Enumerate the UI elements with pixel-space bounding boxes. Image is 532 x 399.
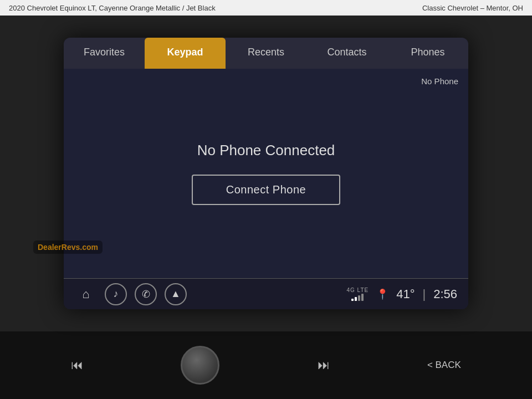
- nav-icons-left: ⌂ ♪ ✆ ▲: [75, 283, 187, 305]
- back-button[interactable]: < BACK: [427, 360, 461, 371]
- music-button[interactable]: ♪: [105, 283, 127, 305]
- top-bar-right: Classic Chevrolet – Mentor, OH: [422, 4, 523, 12]
- signal-bars: [351, 293, 364, 301]
- bar-4: [361, 294, 364, 301]
- time-separator: |: [422, 287, 426, 301]
- music-icon: ♪: [114, 288, 119, 300]
- no-phone-connected-text: No Phone Connected: [197, 142, 335, 159]
- clock: 2:56: [433, 287, 457, 301]
- location-icon: 📍: [376, 288, 388, 300]
- nav-button[interactable]: ▲: [165, 283, 187, 305]
- tab-keypad[interactable]: Keypad: [145, 38, 226, 69]
- status-cluster: 4G LTE 📍 41° | 2:56: [346, 287, 457, 301]
- nav-icon: ▲: [171, 288, 181, 300]
- tab-phones[interactable]: Phones: [387, 38, 468, 69]
- temperature: 41°: [396, 287, 415, 301]
- tab-favorites[interactable]: Favorites: [64, 38, 145, 69]
- phone-icon: ✆: [142, 288, 150, 300]
- connect-phone-button[interactable]: Connect Phone: [192, 175, 340, 205]
- tab-contacts[interactable]: Contacts: [306, 38, 387, 69]
- home-icon: ⌂: [82, 287, 89, 301]
- watermark: DealerRevs.com: [33, 241, 103, 254]
- physical-controls: ⏮ ⏭ < BACK: [0, 331, 532, 399]
- screen-wrapper: Favorites Keypad Recents Contacts Phones…: [0, 16, 532, 331]
- top-info-bar: 2020 Chevrolet Equinox LT, Cayenne Orang…: [0, 0, 532, 16]
- infotainment-screen: Favorites Keypad Recents Contacts Phones…: [64, 38, 468, 309]
- home-button[interactable]: ⌂: [75, 283, 97, 305]
- no-phone-status: No Phone: [421, 76, 458, 86]
- bar-2: [355, 297, 357, 301]
- content-area: No Phone No Phone Connected Connect Phon…: [64, 69, 468, 278]
- tab-recents[interactable]: Recents: [226, 38, 306, 69]
- bar-1: [351, 299, 354, 301]
- signal-block: 4G LTE: [346, 287, 369, 301]
- skip-forward-button[interactable]: ⏭: [318, 358, 330, 372]
- volume-knob[interactable]: [181, 346, 219, 385]
- top-bar-left: 2020 Chevrolet Equinox LT, Cayenne Orang…: [9, 4, 216, 12]
- bar-3: [358, 295, 360, 301]
- lte-label: 4G LTE: [346, 287, 369, 293]
- skip-back-button[interactable]: ⏮: [71, 358, 83, 372]
- bottom-nav-bar: ⌂ ♪ ✆ ▲ 4G LTE: [64, 278, 468, 309]
- tabs-row: Favorites Keypad Recents Contacts Phones: [64, 38, 468, 69]
- phone-button[interactable]: ✆: [135, 283, 157, 305]
